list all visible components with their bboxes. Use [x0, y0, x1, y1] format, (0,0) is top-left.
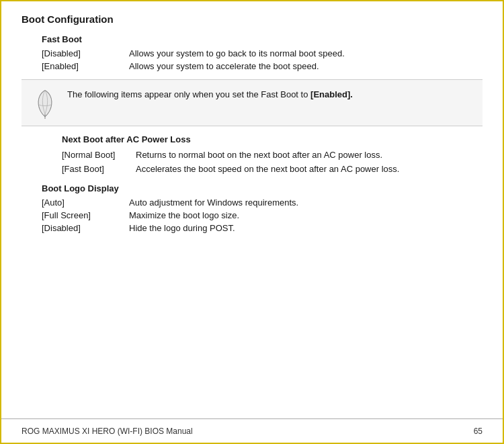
next-boot-normal-row: [Normal Boot] Returns to normal boot on … [62, 150, 482, 160]
footer: ROG MAXIMUS XI HERO (WI-FI) BIOS Manual … [1, 418, 503, 443]
boot-logo-auto-term: [Auto] [42, 197, 129, 208]
fast-boot-enabled-desc: Allows your system to accelerate the boo… [129, 61, 482, 71]
boot-logo-disabled-desc: Hide the logo during POST. [129, 223, 482, 233]
next-boot-normal-term: [Normal Boot] [62, 150, 136, 160]
boot-logo-disabled-term: [Disabled] [42, 223, 129, 233]
boot-logo-auto-row: [Auto] Auto adjustment for Windows requi… [42, 197, 482, 208]
fast-boot-disabled-desc: Allows your system to go back to its nor… [129, 48, 482, 58]
boot-logo-title: Boot Logo Display [42, 183, 482, 193]
note-text-prefix: The following items appear only when you… [67, 89, 310, 99]
pen-icon [32, 88, 58, 119]
page-title: Boot Configuration [22, 13, 482, 25]
fast-boot-disabled-term: [Disabled] [42, 48, 129, 58]
next-boot-fast-desc: Accelerates the boot speed on the next b… [136, 164, 418, 174]
note-icon-container [31, 87, 59, 119]
boot-logo-fullscreen-term: [Full Screen] [42, 210, 129, 220]
note-text-bold: [Enabled]. [310, 89, 353, 99]
fast-boot-disabled-row: [Disabled] Allows your system to go back… [42, 48, 482, 58]
note-text: The following items appear only when you… [67, 87, 353, 101]
note-box: The following items appear only when you… [22, 79, 482, 126]
boot-logo-fullscreen-desc: Maximize the boot logo size. [129, 210, 482, 220]
page-number: 65 [474, 427, 482, 436]
next-boot-fast-row: [Fast Boot] Accelerates the boot speed o… [62, 164, 482, 174]
next-boot-title: Next Boot after AC Power Loss [62, 134, 482, 144]
next-boot-normal-desc: Returns to normal boot on the next boot … [136, 150, 418, 160]
manual-title: ROG MAXIMUS XI HERO (WI-FI) BIOS Manual [22, 427, 193, 436]
fast-boot-enabled-term: [Enabled] [42, 61, 129, 71]
next-boot-fast-term: [Fast Boot] [62, 164, 136, 174]
fast-boot-enabled-row: [Enabled] Allows your system to accelera… [42, 61, 482, 71]
boot-logo-fullscreen-row: [Full Screen] Maximize the boot logo siz… [42, 210, 482, 220]
boot-logo-auto-desc: Auto adjustment for Windows requirements… [129, 197, 482, 208]
boot-logo-disabled-row: [Disabled] Hide the logo during POST. [42, 223, 482, 233]
fast-boot-title: Fast Boot [42, 34, 482, 44]
